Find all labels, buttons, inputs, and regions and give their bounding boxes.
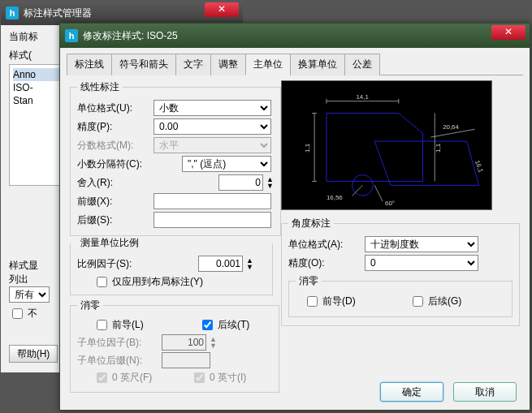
linear-group: 线性标注 单位格式(U): 小数 精度(P): 0.00 分数格式(M): 水平…	[70, 80, 281, 236]
angle-prec-select[interactable]: 0	[365, 255, 478, 271]
svg-text:60°: 60°	[385, 200, 395, 207]
app-icon: h	[65, 29, 78, 42]
preview-pane: 14,1 1,1 1,1 16,1 20,64 16,56 60°	[281, 80, 492, 210]
tab-lines[interactable]: 标注线	[67, 54, 112, 75]
suffix-input[interactable]	[154, 212, 271, 228]
angle-zero-group: 消零 前导(D) 后续(G)	[288, 274, 513, 317]
svg-text:1,1: 1,1	[435, 144, 442, 153]
unit-format-label: 单位格式(U):	[77, 101, 150, 115]
zero-legend: 消零	[77, 299, 103, 312]
not-checkbox[interactable]	[12, 308, 23, 319]
tab-text[interactable]: 文字	[175, 54, 211, 75]
svg-text:20,64: 20,64	[443, 123, 459, 131]
tab-tolerance[interactable]: 公差	[344, 54, 380, 75]
front-close-button[interactable]: ✕	[491, 25, 526, 40]
angle-unit-label: 单位格式(A):	[288, 238, 361, 252]
svg-text:14,1: 14,1	[356, 93, 368, 101]
list-filter-select[interactable]: 所有	[9, 286, 50, 303]
prefix-label: 前缀(X):	[77, 195, 150, 209]
fraction-format-label: 分数格式(M):	[77, 139, 150, 153]
linear-legend: 线性标注	[77, 80, 123, 94]
ok-button[interactable]: 确定	[380, 382, 443, 402]
precision-select[interactable]: 0.00	[154, 118, 271, 135]
angle-legend: 角度标注	[288, 217, 334, 230]
scale-factor-label: 比例因子(S):	[77, 257, 158, 271]
decimal-sep-label: 小数分隔符(C):	[77, 157, 150, 171]
front-titlebar[interactable]: h 修改标注样式: ISO-25 ✕	[60, 24, 530, 48]
round-label: 舍入(R):	[77, 176, 150, 190]
trailing-checkbox[interactable]	[202, 320, 213, 330]
tab-bar: 标注线 符号和箭头 文字 调整 主单位 换算单位 公差	[67, 53, 523, 75]
zero-suppress-group: 消零 前导(L) 后续(T) 子单位因子(B): ▲▼ 子单位后缀(N): 0 …	[70, 299, 279, 393]
angle-prec-label: 精度(O):	[288, 256, 361, 270]
leading-checkbox[interactable]	[97, 320, 107, 330]
fraction-format-select: 水平	[154, 137, 271, 153]
app-icon: h	[6, 6, 19, 19]
inch-checkbox	[194, 372, 205, 383]
feet-checkbox	[97, 372, 107, 383]
svg-text:16,56: 16,56	[327, 194, 343, 201]
prefix-input[interactable]	[154, 193, 271, 209]
tab-primary-units[interactable]: 主单位	[245, 54, 291, 75]
round-input[interactable]	[218, 174, 263, 191]
angle-zero-legend: 消零	[296, 274, 322, 288]
back-titlebar[interactable]: h 标注样式管理器 ✕	[1, 1, 243, 25]
angle-leading-checkbox[interactable]	[307, 296, 318, 307]
unit-format-select[interactable]: 小数	[154, 100, 271, 116]
angle-trailing-checkbox[interactable]	[413, 296, 423, 307]
suffix-label: 后缀(S):	[77, 213, 150, 227]
front-title: 修改标注样式: ISO-25	[83, 29, 525, 43]
tab-fit[interactable]: 调整	[210, 54, 246, 75]
help-button[interactable]: 帮助(H)	[9, 345, 58, 363]
layout-only-checkbox[interactable]	[97, 277, 107, 287]
angle-unit-select[interactable]: 十进制度数	[365, 236, 478, 252]
back-close-button[interactable]: ✕	[205, 2, 239, 17]
sub-factor-label: 子单位因子(B):	[77, 336, 158, 350]
cancel-button[interactable]: 取消	[453, 382, 517, 402]
precision-label: 精度(P):	[77, 120, 150, 134]
tab-alt-units[interactable]: 换算单位	[290, 54, 345, 75]
svg-text:1,1: 1,1	[304, 144, 311, 153]
decimal-sep-select[interactable]: "," (逗点)	[182, 156, 271, 172]
sub-suffix-label: 子单位后缀(N):	[77, 354, 158, 368]
scale-legend: 测量单位比例	[77, 236, 142, 250]
sub-suffix-input	[162, 352, 210, 368]
scale-factor-input[interactable]	[198, 256, 243, 272]
modify-dim-style-dialog: h 修改标注样式: ISO-25 ✕ 标注线 符号和箭头 文字 调整 主单位 换…	[59, 23, 530, 411]
scale-group: 测量单位比例 比例因子(S): ▲▼ 仅应用到布局标注(Y)	[70, 236, 273, 295]
angle-group: 角度标注 单位格式(A): 十进制度数 精度(O): 0 消零 前导(D) 后续…	[281, 217, 520, 326]
sub-factor-input	[162, 334, 206, 351]
tab-symbols[interactable]: 符号和箭头	[111, 54, 176, 75]
